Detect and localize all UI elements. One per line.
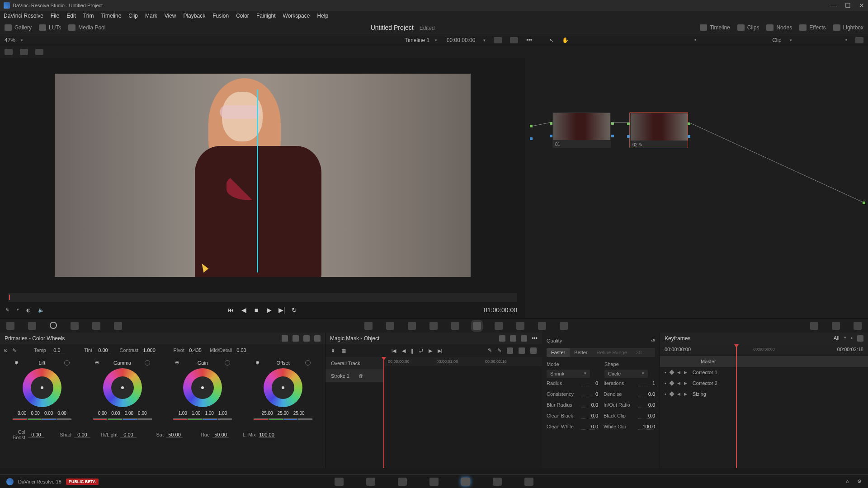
mm-mode1-icon[interactable] (499, 335, 505, 342)
color-page-icon[interactable] (461, 478, 470, 486)
pick-white-icon[interactable]: ✎ (12, 347, 16, 353)
wheel-lift[interactable]: ⊕Lift0.000.000.000.00 (4, 360, 80, 423)
chevron-down-icon[interactable]: ▾ (435, 38, 437, 42)
toolbar-gallery[interactable]: Gallery (5, 24, 32, 31)
fairlight-page-icon[interactable] (493, 478, 502, 486)
mm-ruler[interactable]: 00:00:00:0000:00:01:0800:00:02:16 (384, 357, 542, 366)
clip-mode[interactable]: Clip (772, 37, 782, 43)
loop-button[interactable]: ↻ (291, 307, 297, 313)
cut-page-icon[interactable] (366, 478, 375, 486)
reset-icon[interactable] (64, 360, 70, 366)
motion-effects-icon[interactable] (114, 322, 122, 330)
timeline-name[interactable]: Timeline 1 (405, 37, 429, 43)
chevron-down-icon[interactable]: ▾ (21, 38, 23, 42)
mm-shape-select[interactable]: Circle▾ (604, 370, 648, 378)
rgb-mixer-icon[interactable] (92, 322, 100, 330)
home-icon[interactable]: ⌂ (846, 479, 849, 484)
expand-icon[interactable] (510, 37, 518, 43)
fusion-page-icon[interactable] (429, 478, 439, 486)
edit-page-icon[interactable] (398, 478, 407, 486)
3d-icon[interactable] (560, 322, 568, 330)
qualifier-icon[interactable]: ✎ (5, 307, 9, 313)
image-wipe-icon[interactable] (5, 49, 13, 55)
reset-icon[interactable] (225, 360, 230, 366)
mm-track-overall[interactable]: Overall Track (326, 357, 384, 370)
magic-mask-icon[interactable] (473, 322, 481, 330)
mm-settings-icon[interactable] (530, 347, 537, 354)
toolbar-nodes[interactable]: Nodes (766, 24, 792, 31)
color-wheels-icon[interactable] (50, 322, 57, 329)
key-icon[interactable] (516, 322, 524, 330)
menu-edit[interactable]: Edit (66, 13, 76, 19)
wheel-offset[interactable]: ⊕Offset25.0025.0025.00 (245, 360, 321, 423)
hand-icon[interactable]: ✋ (562, 37, 569, 43)
node-output[interactable] (863, 202, 865, 204)
mm-track-back-icon[interactable]: ◀ (402, 348, 406, 354)
viewer-scrub-bar[interactable] (8, 293, 517, 302)
scopes-icon[interactable] (832, 322, 840, 330)
menu-mark[interactable]: Mark (145, 13, 157, 19)
qualifier-icon[interactable] (408, 322, 416, 330)
highlight-icon[interactable] (35, 49, 43, 55)
step-back-button[interactable]: ◀ (241, 307, 247, 313)
davinci-logo-icon[interactable] (6, 478, 14, 485)
mm-options-icon[interactable] (519, 347, 525, 354)
menu-file[interactable]: File (51, 13, 59, 19)
mm-track-last-icon[interactable]: ▶| (438, 348, 443, 354)
unmix-icon[interactable]: ◐ (26, 307, 31, 313)
toolbar-effects[interactable]: Effects (799, 24, 826, 31)
mm-stroke-add-icon[interactable]: ✎ (488, 347, 492, 354)
hdr-icon[interactable] (71, 322, 79, 330)
mm-playhead[interactable] (383, 357, 384, 468)
kf-row-master[interactable]: Master (660, 356, 868, 367)
pointer-icon[interactable]: ↖ (549, 37, 554, 43)
toolbar-lightbox[interactable]: Lightbox (833, 24, 863, 31)
kf-row-sizing[interactable]: •◀▶Sizing (660, 389, 868, 399)
sizing-icon[interactable] (538, 322, 546, 330)
mm-more-icon[interactable]: ••• (532, 335, 538, 342)
curves-icon[interactable] (364, 322, 373, 330)
menu-clip[interactable]: Clip (128, 13, 138, 19)
node-01[interactable]: 01 (552, 112, 611, 148)
mm-stroke-sub-icon[interactable]: ✎ (497, 347, 501, 354)
menu-fusion[interactable]: Fusion (212, 13, 229, 19)
mm-track-stop-icon[interactable]: ‖ (411, 348, 414, 354)
menu-workspace[interactable]: Workspace (283, 13, 310, 19)
kf-row-corrector-2[interactable]: •◀▶Corrector 2 (660, 378, 868, 389)
warper-icon[interactable] (386, 322, 394, 330)
camera-raw-icon[interactable] (6, 322, 14, 330)
mm-invert-icon[interactable]: ⬇ (331, 348, 335, 354)
media-page-icon[interactable] (335, 478, 344, 486)
kf-row-corrector-1[interactable]: •◀▶Corrector 1 (660, 367, 868, 378)
mm-track-both-icon[interactable]: ⇄ (419, 348, 423, 354)
window-icon[interactable] (429, 322, 438, 330)
first-frame-button[interactable]: ⏮ (228, 307, 234, 313)
stop-button[interactable]: ■ (253, 307, 259, 313)
node-input-rgb[interactable] (530, 125, 533, 127)
node-editor[interactable]: 01 02 ✎ (525, 58, 868, 318)
toolbar-media-pool[interactable]: Media Pool (68, 24, 105, 31)
mm-track-stroke1[interactable]: Stroke 1🗑 (326, 370, 384, 382)
reset-icon[interactable] (314, 335, 321, 342)
menu-trim[interactable]: Trim (83, 13, 94, 19)
menu-timeline[interactable]: Timeline (101, 13, 121, 19)
menu-playback[interactable]: Playback (183, 13, 205, 19)
menu-help[interactable]: Help (317, 13, 328, 19)
split-icon[interactable] (20, 49, 28, 55)
mm-reset-icon[interactable] (521, 335, 527, 342)
toolbar-clips[interactable]: Clips (737, 24, 760, 31)
toolbar-luts[interactable]: LUTs (39, 24, 61, 31)
keyframes-mode-all[interactable]: All (833, 335, 839, 342)
viewer-timecode[interactable]: 00:00:00:00 (447, 37, 475, 43)
mm-mode-select[interactable]: Shrink▾ (547, 370, 590, 378)
close-button[interactable]: ✕ (859, 2, 864, 9)
tracker-icon[interactable] (451, 322, 459, 330)
deliver-page-icon[interactable] (524, 478, 533, 486)
mm-mode2-icon[interactable] (510, 335, 516, 342)
wheels-mode-icon[interactable] (282, 335, 288, 342)
kf-expand-icon[interactable] (857, 335, 863, 342)
auto-balance-icon[interactable]: ⊙ (4, 347, 8, 353)
keyframe-mode-icon[interactable] (810, 322, 818, 330)
node-input-alpha[interactable] (530, 137, 533, 140)
step-forward-button[interactable]: ▶| (278, 307, 285, 313)
